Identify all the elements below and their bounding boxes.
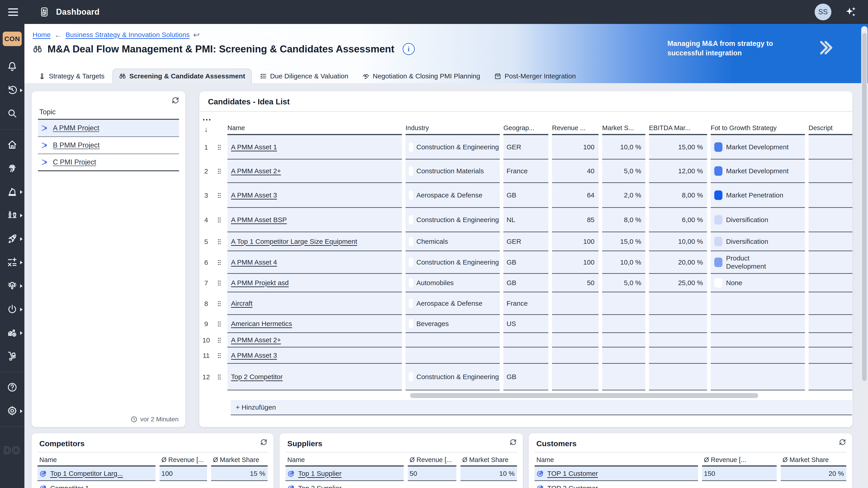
topic-item[interactable]: B PMM Project bbox=[38, 137, 179, 154]
con-badge[interactable]: CON bbox=[3, 32, 22, 46]
name-cell[interactable]: TOP 1 Customer bbox=[535, 466, 698, 481]
candidate-name-link[interactable]: A PMM Asset 3 bbox=[231, 352, 277, 359]
strategy-cell[interactable]: Market Penetration bbox=[711, 183, 805, 208]
revenue-cell[interactable] bbox=[552, 333, 598, 348]
sidebar-item-chess-pieces[interactable] bbox=[0, 204, 24, 227]
name-cell[interactable]: A PMM Asset 1 bbox=[227, 135, 402, 160]
strategy-cell[interactable]: Diversification bbox=[711, 232, 805, 251]
geography-cell[interactable] bbox=[503, 333, 548, 348]
column-header-name[interactable]: Name bbox=[535, 453, 698, 466]
column-header-name[interactable]: Name bbox=[37, 453, 156, 466]
column-header--revenue-[interactable]: Ø Revenue [... bbox=[160, 453, 207, 466]
sidebar-item-chess-knight[interactable] bbox=[0, 180, 24, 204]
description-cell[interactable] bbox=[809, 364, 852, 390]
revenue-cell[interactable]: 100 bbox=[552, 232, 598, 251]
sidebar-item-fingerprint[interactable] bbox=[0, 157, 24, 180]
column-header-industry[interactable]: Industry bbox=[405, 123, 500, 135]
revenue-cell[interactable]: 100 bbox=[552, 251, 598, 274]
geography-cell[interactable]: GB bbox=[503, 183, 548, 208]
column-header--market-share[interactable]: Ø Market Share bbox=[211, 453, 268, 466]
geography-cell[interactable]: France bbox=[503, 292, 548, 315]
strategy-cell[interactable]: ProductDevelopment bbox=[711, 251, 805, 274]
sidebar-item-history[interactable] bbox=[0, 78, 24, 102]
revenue-cell[interactable] bbox=[160, 481, 207, 488]
industry-cell[interactable]: Construction & Engineering bbox=[405, 364, 500, 390]
description-cell[interactable] bbox=[809, 232, 852, 251]
candidate-name-link[interactable]: A PMM Asset 3 bbox=[231, 191, 277, 199]
column-header-fot-to-growth-strategy[interactable]: Fot to Growth Strategy bbox=[711, 123, 805, 135]
strategy-cell[interactable] bbox=[711, 333, 805, 348]
candidate-name-link[interactable]: Top 2 Competitor bbox=[231, 373, 283, 381]
description-cell[interactable] bbox=[809, 292, 852, 315]
geography-cell[interactable]: France bbox=[503, 160, 548, 183]
revenue-cell[interactable]: 150 bbox=[702, 466, 777, 481]
description-cell[interactable] bbox=[809, 208, 852, 232]
horizontal-scrollbar[interactable] bbox=[410, 393, 758, 398]
strategy-cell[interactable] bbox=[711, 364, 805, 390]
industry-cell[interactable]: Beverages bbox=[405, 315, 500, 333]
refresh-icon[interactable] bbox=[509, 438, 517, 447]
geography-cell[interactable]: US bbox=[503, 315, 548, 333]
sidebar-item-bell[interactable] bbox=[0, 55, 24, 78]
drag-handle-icon[interactable] bbox=[215, 348, 224, 364]
drag-handle-icon[interactable] bbox=[215, 135, 224, 160]
geography-cell[interactable] bbox=[503, 348, 548, 364]
strategy-cell[interactable]: None bbox=[711, 274, 805, 292]
candidate-name-link[interactable]: A PMM Asset 4 bbox=[231, 258, 277, 266]
ebitda-cell[interactable] bbox=[649, 364, 707, 390]
strategy-cell[interactable]: Market Development bbox=[711, 135, 805, 160]
market-share-cell[interactable] bbox=[602, 348, 645, 364]
name-cell[interactable]: A PMM Asset 3 bbox=[227, 183, 402, 208]
tab-strategy-targets[interactable]: Strategy & Targets bbox=[33, 69, 110, 83]
column-header--revenue-[interactable]: Ø Revenue [... bbox=[702, 453, 777, 466]
sort-descending-icon[interactable]: ↓ bbox=[201, 123, 211, 135]
description-cell[interactable] bbox=[809, 274, 852, 292]
revenue-cell[interactable]: 100 bbox=[552, 135, 598, 160]
revenue-cell[interactable]: 50 bbox=[552, 274, 598, 292]
revenue-cell[interactable]: 100 bbox=[160, 466, 207, 481]
column-header--market-share[interactable]: Ø Market Share bbox=[460, 453, 517, 466]
geography-cell[interactable]: GB bbox=[503, 364, 548, 390]
market-share-cell[interactable] bbox=[602, 292, 645, 315]
drag-handle-icon[interactable] bbox=[215, 333, 224, 348]
industry-cell[interactable]: Construction & Engineering bbox=[405, 135, 500, 160]
sidebar-item-home[interactable] bbox=[0, 133, 24, 157]
name-cell[interactable]: Top 1 Supplier bbox=[285, 466, 404, 481]
name-cell[interactable]: A PMM Asset 2+ bbox=[227, 333, 402, 348]
ebitda-cell[interactable]: 12,00 % bbox=[649, 160, 707, 183]
market-share-cell[interactable]: 15 % bbox=[211, 466, 268, 481]
market-share-cell[interactable]: 5,0 % bbox=[602, 274, 645, 292]
entity-name-link[interactable]: Top 2 Supplier bbox=[298, 484, 342, 488]
market-share-cell[interactable]: 10 % bbox=[460, 466, 517, 481]
refresh-icon[interactable] bbox=[260, 438, 268, 447]
entity-name-link[interactable]: Top 1 Competitor Larg... bbox=[50, 470, 123, 477]
name-cell[interactable]: A PMM Asset 3 bbox=[227, 348, 402, 364]
industry-cell[interactable]: Aerospace & Defense bbox=[405, 183, 500, 208]
column-header-revenue-[interactable]: Revenue ... bbox=[552, 123, 598, 135]
sidebar-item-hand-truck[interactable] bbox=[0, 345, 24, 368]
column-header--revenue-[interactable]: Ø Revenue [... bbox=[408, 453, 456, 466]
vertical-scrollbar-thumb[interactable] bbox=[862, 33, 867, 381]
name-cell[interactable]: A PMM Projekt asd bbox=[227, 274, 402, 292]
description-cell[interactable] bbox=[809, 315, 852, 333]
sparkles-icon[interactable] bbox=[844, 6, 857, 18]
revenue-cell[interactable]: 50 bbox=[408, 466, 456, 481]
market-share-cell[interactable] bbox=[781, 481, 846, 488]
strategy-cell[interactable] bbox=[711, 315, 805, 333]
tab-due-diligence-valuation[interactable]: Due Diligence & Valuation bbox=[254, 69, 354, 83]
industry-cell[interactable] bbox=[405, 348, 500, 364]
name-cell[interactable]: A PMM Asset 4 bbox=[227, 251, 402, 274]
tab-negotiation-closing-pmi-planning[interactable]: Negotiation & Closing PMI Planning bbox=[356, 69, 486, 83]
candidate-name-link[interactable]: A PMM Asset 2+ bbox=[231, 167, 281, 175]
market-share-cell[interactable]: 2,0 % bbox=[602, 183, 645, 208]
industry-cell[interactable]: Chemicals bbox=[405, 232, 500, 251]
breadcrumb-home-link[interactable]: Home bbox=[33, 31, 51, 39]
name-cell[interactable]: Top 2 Competitor bbox=[227, 364, 402, 390]
entity-name-link[interactable]: TOP 1 Customer bbox=[547, 470, 598, 477]
refresh-icon[interactable] bbox=[839, 438, 846, 447]
info-icon[interactable]: i bbox=[403, 43, 415, 55]
industry-cell[interactable]: Aerospace & Defense bbox=[405, 292, 500, 315]
back-arrow-icon[interactable]: ← bbox=[54, 31, 62, 39]
column-header-name[interactable]: Name bbox=[227, 123, 402, 135]
ebitda-cell[interactable]: 8,00 % bbox=[649, 183, 707, 208]
